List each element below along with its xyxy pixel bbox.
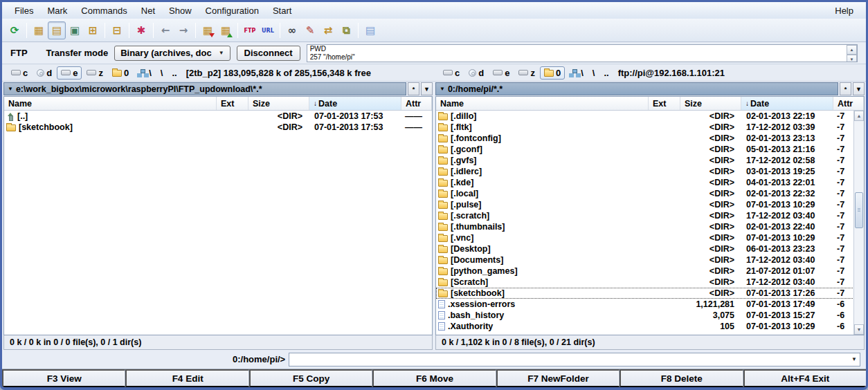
file-row[interactable]: .xsession-errors1,121,28107-01-2013 17:4… [436,299,864,310]
scrollbar-thumb[interactable] [855,192,863,228]
drive-button-left-z[interactable]: z [82,66,107,80]
menu-item-show[interactable]: Show [162,3,199,18]
drive-button-left-backslash[interactable]: \ [134,66,156,80]
fkey-button-f6-move[interactable]: F6 Move [372,369,496,387]
menu-item-commands[interactable]: Commands [74,3,134,18]
column-header-name[interactable]: Name [4,97,217,110]
left-path-bar[interactable]: ▼ e:\work_bigbox\microwork\raspberryPI\F… [3,82,406,95]
back-icon[interactable]: ← [156,21,174,39]
disconnect-button[interactable]: Disconnect [237,46,300,61]
file-row[interactable]: [.pulse]<DIR>07-01-2013 10:29-7 [436,199,864,210]
column-header-size[interactable]: Size [680,97,741,110]
drive-button-left-backslash[interactable]: \ [156,66,168,80]
unpack-files-icon[interactable]: ▦ [217,21,235,39]
file-row[interactable]: [.thumbnails]<DIR>02-01-2013 22:40-7 [436,221,864,232]
drive-button-right-d[interactable]: d [464,66,488,80]
file-row[interactable]: [python_games]<DIR>21-07-2012 01:07-7 [436,266,864,277]
refresh-icon[interactable]: ⟳ [6,21,24,39]
right-path-bar[interactable]: ▼ 0:/home/pi/*.* [435,82,838,95]
file-date-cell: 06-01-2013 23:23 [741,244,833,254]
multi-rename-icon[interactable]: ✎ [301,21,319,39]
file-row[interactable]: [Desktop]<DIR>06-01-2013 23:23-7 [436,243,864,254]
full-view-icon[interactable]: ▤ [48,21,66,39]
thumbnails-view-icon[interactable]: ▣ [66,21,84,39]
file-row[interactable]: [.dillo]<DIR>02-01-2013 22:19-7 [436,111,864,122]
transfer-mode-select[interactable]: Binary (archives, doc ▼ [114,46,230,61]
sync-dirs-icon[interactable]: ⇄ [319,21,337,39]
file-row[interactable]: [Documents]<DIR>17-12-2012 03:40-7 [436,254,864,266]
column-header-attr[interactable]: Attr [833,97,864,110]
drive-button-left-..[interactable]: .. [168,66,181,80]
tree-view-icon[interactable]: ⊞ [84,21,102,39]
right-scrollbar[interactable]: ▲ ▼ [853,111,864,335]
file-row[interactable]: [sketchbook]<DIR>07-01-2013 17:26-7 [436,288,864,299]
spinner-down-icon[interactable]: ▼ [847,55,857,62]
right-favorites-button[interactable]: * [840,82,851,95]
drive-button-left-e[interactable]: e [57,66,82,80]
column-header-date[interactable]: ↓Date [741,97,833,110]
file-row[interactable]: [.gconf]<DIR>05-01-2013 21:16-7 [436,144,864,155]
fkey-button-f8-delete[interactable]: F8 Delete [620,369,743,387]
drive-button-left-0[interactable]: 0 [108,66,133,80]
menu-item-mark[interactable]: Mark [40,3,74,18]
file-row[interactable]: [.fltk]<DIR>17-12-2012 03:39-7 [436,122,864,133]
drive-button-right-0[interactable]: 0 [540,66,565,80]
menu-item-net[interactable]: Net [134,3,162,18]
file-row[interactable]: [.local]<DIR>02-01-2013 22:32-7 [436,188,864,199]
menu-item-start[interactable]: Start [266,3,298,18]
fkey-button-f7-newfolder[interactable]: F7 NewFolder [496,369,620,387]
fkey-button-f4-edit[interactable]: F4 Edit [125,369,248,387]
left-favorites-button[interactable]: * [408,82,419,95]
search-icon[interactable]: ∞ [283,21,301,39]
file-row[interactable]: [..]<DIR>07-01-2013 17:53—— [4,111,432,122]
select-files-icon[interactable]: ✱ [132,21,150,39]
ftp-connect-icon[interactable]: FTP [241,21,259,39]
drive-button-left-d[interactable]: d [33,66,56,80]
column-header-size[interactable]: Size [248,97,309,110]
ftp-url-icon[interactable]: URL [259,21,277,39]
file-row[interactable]: [.fontconfig]<DIR>02-01-2013 23:13-7 [436,133,864,144]
column-header-ext[interactable]: Ext [649,97,680,110]
column-header-attr[interactable]: Attr [401,97,432,110]
command-line-input[interactable] [289,353,860,366]
column-header-date[interactable]: ↓Date [309,97,401,110]
menu-item-configuration[interactable]: Configuration [199,3,266,18]
file-row[interactable]: [sketchbook]<DIR>07-01-2013 17:53—— [4,122,432,133]
drive-button-right-e[interactable]: e [489,66,514,80]
right-history-button[interactable]: ▼ [853,82,865,95]
fkey-button-f3-view[interactable]: F3 View [2,369,125,387]
fkey-button-alt-f4-exit[interactable]: Alt+F4 Exit [743,369,866,387]
file-row[interactable]: [.idlerc]<DIR>03-01-2013 19:25-7 [436,166,864,177]
left-history-button[interactable]: ▼ [421,82,433,95]
file-row[interactable]: .Xauthority10507-01-2013 10:29-6 [436,321,864,332]
up-arrow-icon [227,33,233,37]
command-history-icon[interactable]: ▼ [851,356,857,362]
scroll-up-icon[interactable]: ▲ [854,111,864,121]
forward-icon[interactable]: → [174,21,192,39]
menu-item-help[interactable]: Help [828,3,860,18]
drive-button-right-..[interactable]: .. [599,66,613,80]
file-row[interactable]: [.scratch]<DIR>17-12-2012 03:40-7 [436,210,864,221]
clipboard-icon[interactable]: ⧉ [337,21,355,39]
spinner-up-icon[interactable]: ▲ [847,45,857,55]
drive-button-left-c[interactable]: c [7,66,32,80]
menu-item-files[interactable]: Files [8,3,40,18]
drive-button-right-backslash[interactable]: \ [588,66,599,80]
file-row[interactable]: .bash_history3,07507-01-2013 15:27-6 [436,310,864,321]
drive-button-right-c[interactable]: c [439,66,464,80]
fkey-button-f5-copy[interactable]: F5 Copy [249,369,372,387]
column-header-ext[interactable]: Ext [217,97,248,110]
file-row[interactable]: [Scratch]<DIR>17-12-2012 03:40-7 [436,277,864,288]
file-row[interactable]: [.kde]<DIR>04-01-2013 22:01-7 [436,177,864,188]
column-header-name[interactable]: Name [436,97,649,110]
scroll-down-icon[interactable]: ▼ [854,324,864,335]
notepad-icon[interactable]: ▤ [361,21,379,39]
brief-view-icon[interactable]: ▦ [30,21,48,39]
pack-files-icon[interactable]: ▦ [199,21,217,39]
file-row[interactable]: [.gvfs]<DIR>17-12-2012 02:58-7 [436,155,864,166]
file-date-cell: 21-07-2012 01:07 [741,266,833,276]
file-row[interactable]: [.vnc]<DIR>07-01-2013 10:29-7 [436,232,864,243]
branch-view-icon[interactable]: ⊟ [108,21,126,39]
drive-button-right-z[interactable]: z [514,66,539,80]
drive-button-right-backslash[interactable]: \ [566,66,588,80]
